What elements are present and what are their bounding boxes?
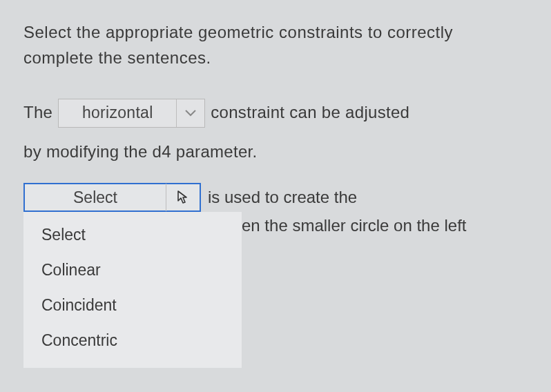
option-select[interactable]: Select	[23, 217, 242, 253]
chevron-down-icon	[177, 110, 204, 117]
option-colinear[interactable]: Colinear	[23, 253, 242, 288]
sentence-1-after1: constraint can be adjusted	[211, 95, 409, 130]
constraint-select-2-options: Select Colinear Coincident Concentric	[23, 212, 242, 368]
constraint-select-2[interactable]: Select	[23, 183, 201, 212]
sentence-2-after1: is used to create the	[208, 188, 357, 207]
constraint-select-1[interactable]: horizontal	[58, 99, 205, 128]
constraint-select-1-value: horizontal	[59, 96, 176, 129]
sentence-2: Select Select Colinear Coincident Concen…	[23, 183, 528, 235]
option-concentric[interactable]: Concentric	[23, 323, 242, 358]
constraint-select-2-value: Select	[25, 188, 166, 207]
sentence-1-before: The	[23, 95, 52, 130]
sentence-1: The horizontal constraint can be adjuste…	[23, 95, 528, 169]
sentence-1-after2: by modifying the d4 parameter.	[23, 135, 528, 169]
option-coincident[interactable]: Coincident	[23, 288, 242, 323]
instruction-text: Select the appropriate geometric constra…	[23, 19, 528, 70]
cursor-icon	[166, 190, 200, 205]
